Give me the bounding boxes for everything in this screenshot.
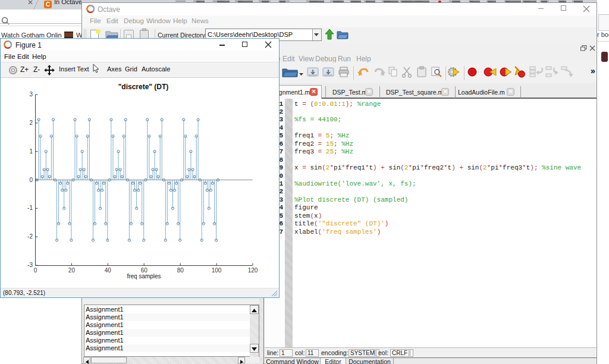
svg-text:freq samples: freq samples: [127, 273, 161, 280]
svg-text:0: 0: [34, 267, 37, 274]
svg-text:100: 100: [212, 267, 222, 274]
svg-text:80: 80: [177, 267, 184, 274]
svg-text:40: 40: [105, 267, 112, 274]
svg-text:-2: -2: [27, 233, 33, 240]
svg-text:-1: -1: [27, 205, 33, 211]
svg-text:3: 3: [29, 91, 33, 98]
svg-text:"discrete" (DT): "discrete" (DT): [118, 83, 169, 91]
svg-text:1: 1: [29, 148, 33, 155]
svg-text:120: 120: [248, 267, 258, 274]
svg-text:0: 0: [29, 177, 33, 183]
svg-text:20: 20: [68, 267, 76, 274]
svg-text:-3: -3: [27, 262, 33, 268]
svg-text:2: 2: [29, 120, 33, 126]
